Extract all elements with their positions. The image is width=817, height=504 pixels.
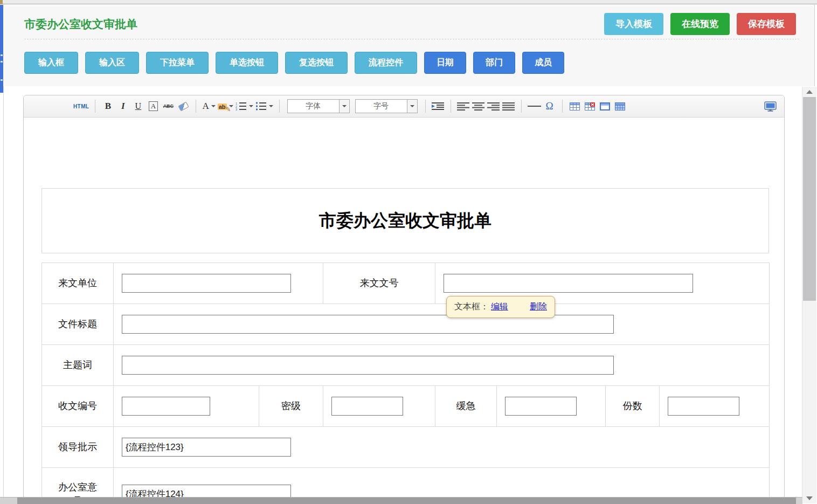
table-row: 来文单位 来文文号	[42, 263, 770, 304]
page-header: 市委办公室收文审批单 导入模板 在线预览 保存模板 输入框 输入区 下拉菜单 单…	[3, 5, 815, 86]
table-row: 文件标题	[42, 304, 770, 345]
rich-text-editor: HTML B I U A ABC A ab✎ 123 字体	[23, 95, 785, 504]
strikethrough-icon[interactable]: ABC	[162, 99, 175, 113]
content-panel: HTML B I U A ABC A ab✎ 123 字体	[3, 86, 801, 497]
secrecy-input[interactable]	[331, 397, 403, 416]
sliver-glyph	[1, 61, 3, 63]
align-left-icon[interactable]	[457, 99, 470, 113]
subject-words-input[interactable]	[122, 356, 614, 375]
tooltip-edit-link[interactable]: 编辑	[491, 302, 508, 311]
receive-number-input[interactable]	[122, 397, 210, 416]
toolbox-radio-button[interactable]: 单选按钮	[216, 52, 278, 74]
horizontal-rule-icon[interactable]	[528, 99, 541, 113]
label-receive-number: 收文编号	[42, 386, 114, 427]
toolbar-separator	[562, 100, 563, 113]
horizontal-scrollbar[interactable]	[0, 497, 802, 504]
vertical-scrollbar[interactable]	[802, 87, 816, 503]
toolbar-separator	[425, 100, 426, 113]
font-size-select[interactable]: 字号	[355, 99, 418, 113]
table-row: 领导批示	[42, 427, 770, 468]
toolbox-date-button[interactable]: 日期	[424, 52, 466, 74]
label-secrecy: 密级	[259, 386, 323, 427]
special-character-icon[interactable]: Ω	[543, 99, 556, 113]
insert-table-icon[interactable]	[569, 99, 581, 113]
chevron-down-icon	[339, 100, 349, 113]
scroll-down-arrow-icon[interactable]	[806, 496, 813, 500]
urgency-input[interactable]	[505, 397, 577, 416]
doc-number-input[interactable]	[444, 274, 693, 293]
top-edge-accent	[0, 0, 3, 4]
tooltip-label: 文本框：	[454, 302, 489, 311]
label-subject-words: 主题词	[42, 345, 114, 386]
toolbox-flow-control-button[interactable]: 流程控件	[355, 52, 417, 74]
document-title-cell: 市委办公室收文审批单	[41, 188, 769, 253]
bold-icon[interactable]: B	[101, 99, 114, 113]
font-family-select[interactable]: 字体	[287, 99, 350, 113]
document-title: 市委办公室收文审批单	[319, 209, 491, 233]
approval-form-table: 来文单位 来文文号 文件标题 主题词 收文编号 密级	[41, 263, 770, 504]
table-row: 收文编号 密级 缓急 份数	[42, 386, 770, 427]
delete-table-icon[interactable]	[584, 99, 597, 113]
table-row: 主题词	[42, 345, 770, 386]
sliver-glyph	[1, 54, 3, 56]
source-code-icon[interactable]: HTML	[73, 99, 89, 113]
from-unit-input[interactable]	[122, 274, 291, 293]
toolbox-department-button[interactable]: 部门	[473, 52, 515, 74]
toolbox-member-button[interactable]: 成员	[522, 52, 564, 74]
ordered-list-icon[interactable]: 123	[236, 99, 253, 113]
svg-text:3: 3	[236, 108, 237, 111]
chevron-down-icon	[407, 100, 417, 113]
tooltip-delete-link[interactable]: 删除	[530, 302, 547, 311]
copies-input[interactable]	[668, 397, 739, 416]
label-leader-note: 领导批示	[42, 427, 114, 468]
label-doc-title: 文件标题	[42, 304, 114, 345]
textbox-edit-tooltip: 文本框：编辑删除	[446, 296, 555, 318]
table-properties-icon[interactable]	[599, 99, 612, 113]
fullscreen-monitor-icon[interactable]	[764, 99, 777, 113]
toolbox-checkbox-button[interactable]: 复选按钮	[285, 52, 348, 74]
toolbox-input-area-button[interactable]: 输入区	[85, 52, 139, 74]
horizontal-scrollbar-thumb[interactable]	[17, 498, 796, 504]
dashed-divider	[24, 39, 799, 39]
side-window-sliver	[0, 5, 3, 93]
label-from-unit: 来文单位	[42, 263, 114, 304]
toolbar-separator	[95, 100, 95, 113]
header-actions: 导入模板 在线预览 保存模板	[604, 13, 796, 35]
unordered-list-icon[interactable]	[255, 99, 273, 113]
italic-icon[interactable]: I	[116, 99, 129, 113]
toolbar-separator	[196, 100, 196, 113]
align-right-icon[interactable]	[487, 99, 500, 113]
label-copies: 份数	[606, 386, 660, 427]
toolbox-input-box-button[interactable]: 输入框	[24, 52, 78, 74]
label-urgency: 缓急	[435, 386, 497, 427]
save-template-button[interactable]: 保存模板	[737, 13, 796, 35]
label-doc-number: 来文文号	[323, 263, 435, 304]
font-style-icon[interactable]: A	[147, 99, 160, 113]
sliver-glyph	[1, 79, 3, 81]
editor-document: 市委办公室收文审批单 来文单位 来文文号 文件标题 主题	[24, 118, 784, 504]
toolbar-separator	[451, 100, 451, 113]
control-toolbox: 输入框 输入区 下拉菜单 单选按钮 复选按钮 流程控件 日期 部门 成员	[24, 52, 564, 74]
page-title: 市委办公室收文审批单	[24, 17, 137, 32]
cell-properties-icon[interactable]	[614, 99, 627, 113]
highlight-color-icon[interactable]: ab✎	[218, 99, 233, 113]
remove-format-eraser-icon[interactable]	[177, 99, 190, 113]
vertical-scrollbar-thumb[interactable]	[803, 97, 816, 301]
online-preview-button[interactable]: 在线预览	[670, 13, 730, 35]
align-justify-icon[interactable]	[502, 99, 515, 113]
scroll-up-arrow-icon[interactable]	[806, 90, 813, 94]
indent-icon[interactable]	[432, 99, 445, 113]
toolbar-separator	[279, 100, 280, 113]
toolbar-separator	[521, 100, 522, 113]
browser-top-edge	[0, 0, 817, 4]
underline-icon[interactable]: U	[131, 99, 144, 113]
toolbox-dropdown-button[interactable]: 下拉菜单	[146, 52, 209, 74]
import-template-button[interactable]: 导入模板	[604, 13, 663, 35]
editor-toolbar: HTML B I U A ABC A ab✎ 123 字体	[24, 95, 784, 118]
leader-note-input[interactable]	[122, 438, 291, 457]
font-color-icon[interactable]: A	[202, 99, 215, 113]
align-center-icon[interactable]	[472, 99, 485, 113]
